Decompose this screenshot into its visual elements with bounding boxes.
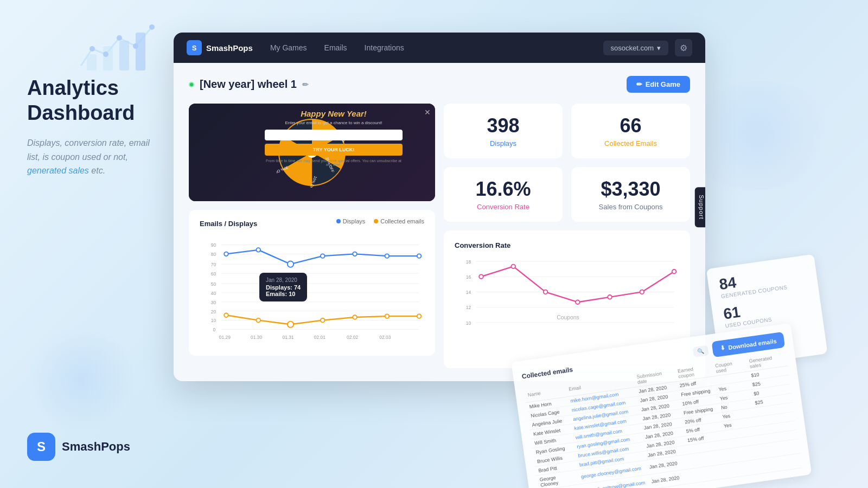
edit-game-button[interactable]: ✏ Edit Game bbox=[627, 76, 690, 93]
table-title: Collected emails bbox=[521, 365, 573, 380]
svg-text:30: 30 bbox=[211, 300, 216, 305]
support-tab[interactable]: Support bbox=[695, 187, 705, 227]
left-description: Displays, conversion rate, email list, i… bbox=[27, 136, 152, 178]
svg-point-67 bbox=[511, 265, 515, 269]
svg-text:12: 12 bbox=[466, 305, 471, 310]
nav-right: sosocket.com ▾ ⚙ bbox=[603, 39, 692, 56]
svg-point-42 bbox=[417, 254, 422, 258]
svg-text:90: 90 bbox=[211, 242, 216, 248]
chart1-legend: Displays Collected emails bbox=[336, 218, 424, 224]
svg-text:01.29: 01.29 bbox=[219, 335, 231, 340]
decorative-chart-icon bbox=[76, 16, 163, 81]
svg-point-45 bbox=[288, 322, 293, 328]
chart2-title: Conversion Rate bbox=[455, 241, 510, 249]
left-logo: S SmashPops bbox=[27, 433, 152, 461]
svg-point-49 bbox=[417, 314, 422, 318]
nav-emails[interactable]: Emails bbox=[324, 43, 347, 52]
tooltip-emails: Emails: 10 bbox=[266, 291, 301, 297]
chart-tooltip: Jan 28, 2020 Displays: 74 Emails: 10 bbox=[259, 273, 307, 301]
logo-icon: S bbox=[27, 433, 55, 461]
svg-rect-2 bbox=[119, 41, 129, 70]
svg-point-38 bbox=[288, 261, 293, 267]
page-header: [New year] wheel 1 ✏ ✏ Edit Game bbox=[189, 76, 690, 93]
logo-text: SmashPops bbox=[62, 440, 130, 454]
svg-point-48 bbox=[385, 314, 390, 318]
wheel-preview-card: Free shipping 20% OFF 10% OFF 30% OFF Ha… bbox=[189, 104, 435, 201]
nav-logo: S SmashPops bbox=[187, 40, 253, 55]
svg-rect-1 bbox=[103, 46, 113, 70]
svg-text:0: 0 bbox=[213, 327, 215, 332]
emails-chart-svg: 90 80 70 60 50 40 30 20 10 0 bbox=[200, 237, 424, 346]
chevron-down-icon: ▾ bbox=[657, 44, 661, 52]
sales-label: Sales from Coupons bbox=[584, 203, 677, 211]
svg-text:80: 80 bbox=[211, 252, 216, 257]
edit-pencil-icon[interactable]: ✏ bbox=[302, 80, 309, 89]
left-title: AnalyticsDashboard bbox=[27, 76, 152, 125]
conversion-value: 16.6% bbox=[457, 178, 550, 201]
sales-stat-card: $3,330 Sales from Coupons bbox=[571, 167, 690, 222]
svg-text:16: 16 bbox=[466, 274, 471, 280]
pencil-icon: ✏ bbox=[636, 80, 642, 88]
svg-text:40: 40 bbox=[211, 291, 216, 296]
svg-text:10: 10 bbox=[211, 318, 216, 323]
svg-text:50: 50 bbox=[211, 281, 216, 287]
emails-value: 66 bbox=[584, 114, 677, 137]
tooltip-date: Jan 28, 2020 bbox=[266, 277, 301, 283]
emails-label: Collected Emails bbox=[584, 139, 677, 147]
svg-text:14: 14 bbox=[466, 290, 471, 295]
svg-text:60: 60 bbox=[211, 271, 216, 277]
svg-text:10: 10 bbox=[466, 320, 471, 326]
settings-button[interactable]: ⚙ bbox=[675, 39, 692, 56]
svg-point-40 bbox=[353, 252, 357, 256]
chart1-title: Emails / Displays bbox=[200, 220, 257, 228]
left-column: Free shipping 20% OFF 10% OFF 30% OFF Ha… bbox=[189, 104, 435, 368]
svg-point-5 bbox=[103, 52, 108, 57]
download-icon: ⬇ bbox=[720, 344, 726, 352]
emails-stat-card: 66 Collected Emails bbox=[571, 104, 690, 158]
conversion-stat-card: 16.6% Conversion Rate bbox=[444, 167, 563, 222]
svg-point-36 bbox=[224, 252, 228, 256]
svg-point-47 bbox=[353, 315, 357, 319]
svg-point-37 bbox=[256, 248, 260, 252]
emails-chart-container: 90 80 70 60 50 40 30 20 10 0 bbox=[200, 237, 424, 346]
svg-point-44 bbox=[256, 318, 260, 323]
svg-text:01.30: 01.30 bbox=[251, 335, 262, 340]
generated-sales-link[interactable]: generated sales bbox=[27, 166, 89, 175]
svg-text:02.03: 02.03 bbox=[379, 335, 391, 340]
svg-text:01.31: 01.31 bbox=[282, 335, 293, 340]
svg-point-41 bbox=[385, 254, 390, 258]
svg-point-6 bbox=[117, 35, 122, 41]
nav-integrations[interactable]: Integrations bbox=[365, 43, 404, 52]
displays-stat-card: 398 Displays bbox=[444, 104, 563, 158]
svg-point-66 bbox=[479, 274, 483, 279]
displays-value: 398 bbox=[457, 114, 550, 137]
navigation: S SmashPops My Games Emails Integrations… bbox=[174, 33, 705, 63]
nav-logo-text: SmashPops bbox=[206, 43, 253, 53]
legend-emails: Collected emails bbox=[374, 218, 424, 224]
svg-point-7 bbox=[133, 43, 138, 49]
game-title: [New year] wheel 1 bbox=[200, 78, 297, 91]
svg-text:20: 20 bbox=[211, 309, 216, 314]
status-indicator bbox=[189, 82, 194, 87]
svg-text:02.02: 02.02 bbox=[347, 335, 358, 340]
svg-rect-3 bbox=[136, 33, 145, 70]
svg-text:70: 70 bbox=[211, 262, 216, 267]
svg-text:02.01: 02.01 bbox=[314, 335, 326, 340]
svg-point-4 bbox=[90, 46, 95, 52]
tooltip-displays: Displays: 74 bbox=[266, 284, 301, 291]
svg-point-39 bbox=[321, 254, 325, 258]
nav-links: My Games Emails Integrations bbox=[270, 43, 603, 52]
conversion-label: Conversion Rate bbox=[457, 203, 550, 211]
displays-label: Displays bbox=[457, 139, 550, 147]
svg-point-46 bbox=[321, 318, 325, 323]
nav-logo-icon: S bbox=[187, 40, 202, 55]
emails-displays-chart-card: Emails / Displays Displays Collected ema… bbox=[189, 210, 435, 356]
svg-point-43 bbox=[224, 313, 228, 318]
stats-row: 398 Displays 66 Collected Emails 16.6% C… bbox=[444, 104, 690, 222]
svg-point-8 bbox=[149, 24, 155, 30]
nav-my-games[interactable]: My Games bbox=[270, 43, 307, 52]
left-panel: AnalyticsDashboard Displays, conversion … bbox=[0, 0, 174, 488]
svg-rect-0 bbox=[87, 54, 97, 70]
nav-domain[interactable]: sosocket.com ▾ bbox=[603, 41, 668, 55]
wheel-close-button[interactable]: ✕ bbox=[424, 108, 431, 117]
